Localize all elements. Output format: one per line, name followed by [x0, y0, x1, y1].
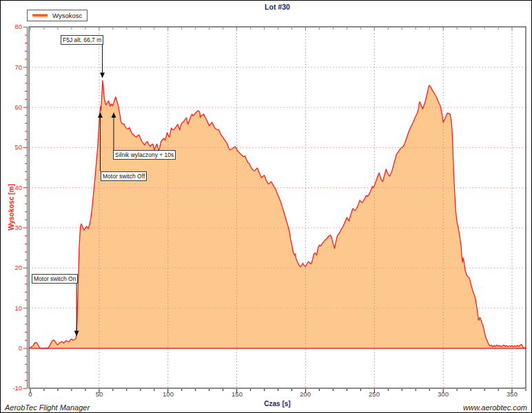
x-tick-label: 50: [89, 390, 110, 398]
annotation-motor-off-plus-10s: Silnik wylaczony + 10s: [113, 150, 176, 160]
chart-title: Lot #30: [29, 3, 526, 11]
annotation-f5j-altitude: F5J alt. 66,7 m: [61, 35, 103, 45]
y-tick-label: -10: [3, 384, 22, 392]
altitude-chart: [1, 1, 531, 412]
x-tick-label: 250: [364, 390, 385, 398]
y-tick-label: 30: [3, 224, 22, 231]
flight-chart-window: Lot #30 Wysokosc Wysokosc [m] Czas [s] 8…: [0, 0, 532, 413]
y-tick-label: 20: [3, 264, 22, 271]
app-name-footer: AerobTec Flight Manager: [5, 403, 90, 412]
y-tick-label: 50: [3, 143, 22, 151]
x-tick-label: 350: [502, 390, 522, 398]
annotation-motor-switch-off: Motor switch Off: [101, 171, 147, 181]
annotation-motor-switch-on: Motor switch On: [32, 274, 78, 284]
x-tick-label: 300: [433, 390, 453, 398]
y-tick-label: 10: [3, 304, 22, 312]
y-tick-label: 0: [3, 344, 22, 352]
x-tick-label: 200: [295, 390, 316, 398]
y-tick-label: 40: [3, 184, 22, 191]
y-tick-label: 80: [3, 23, 22, 30]
x-axis-title: Czas [s]: [29, 400, 526, 407]
x-tick-label: 100: [158, 390, 178, 398]
y-tick-label: 60: [3, 103, 22, 111]
legend-label: Wysokosc: [52, 12, 82, 19]
legend: Wysokosc: [27, 10, 88, 21]
x-tick-label: 0: [20, 390, 41, 398]
x-tick-label: 150: [227, 390, 247, 398]
website-footer: www.aerobtec.com: [463, 403, 527, 412]
y-tick-label: 70: [3, 63, 22, 71]
altitude-series-swatch-icon: [32, 14, 48, 17]
